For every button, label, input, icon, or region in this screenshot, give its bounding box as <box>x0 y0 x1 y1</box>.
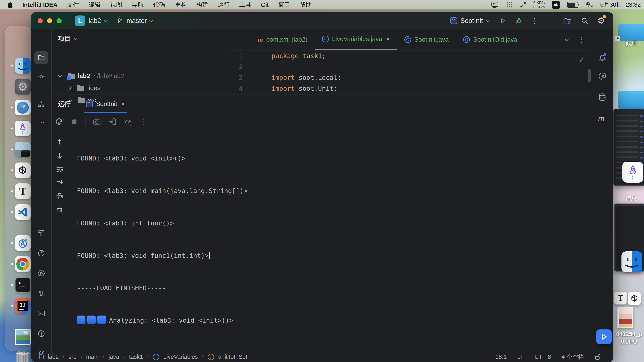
project-panel-header[interactable]: 项目 <box>58 34 78 43</box>
dock-typora[interactable]: T <box>15 183 30 199</box>
editor-scrollbar-thumb[interactable] <box>588 69 591 82</box>
profiler-tool-button[interactable] <box>36 248 46 258</box>
minimize-window-button[interactable] <box>47 18 52 23</box>
dots-grid-icon[interactable] <box>506 1 513 8</box>
profiler-gauge-button[interactable] <box>124 117 132 126</box>
dock-system-settings[interactable]: ⚙ <box>15 79 30 94</box>
settings-button[interactable]: ⚙ <box>597 16 605 25</box>
display-status-icon[interactable] <box>491 1 499 8</box>
dock-finder[interactable] <box>15 58 30 74</box>
tab-options-kebab-icon[interactable]: ⋮ <box>578 35 585 44</box>
project-avatar[interactable]: L <box>75 15 85 26</box>
dock-rocket-app[interactable] <box>15 121 30 136</box>
snapshot-camera-button[interactable] <box>92 117 101 126</box>
menu-file[interactable]: 文件 <box>67 0 79 9</box>
line-separator-widget[interactable]: LF <box>517 354 524 360</box>
project-tool-button[interactable] <box>36 53 46 62</box>
endpoints-tool-button[interactable] <box>36 289 46 298</box>
menu-view[interactable]: 视图 <box>110 0 122 9</box>
breadcrumb-main[interactable]: main <box>86 354 99 360</box>
close-window-button[interactable] <box>38 18 43 23</box>
dock-picture-file[interactable] <box>15 329 30 345</box>
more-tool-windows-button[interactable]: ⋯ <box>36 118 46 127</box>
apple-menu-icon[interactable] <box>8 2 13 8</box>
breadcrumb-java[interactable]: java <box>108 354 119 360</box>
ai-assistant-button[interactable] <box>598 72 607 81</box>
breadcrumb-livevariables[interactable]: LiveVariables <box>163 354 198 360</box>
run-tab-sootinit[interactable]: SootInit × <box>84 95 127 113</box>
close-tab-icon[interactable]: × <box>386 35 390 42</box>
menu-app-name[interactable]: IntelliJ IDEA <box>22 1 58 8</box>
structure-tool-button[interactable] <box>36 99 46 109</box>
dock-chrome[interactable] <box>15 256 30 272</box>
thread-dump-button[interactable] <box>108 117 117 126</box>
floating-run-button[interactable] <box>596 330 612 344</box>
terminal-tool-button[interactable] <box>36 309 46 318</box>
breadcrumb-lab2[interactable]: lab2 <box>48 354 59 360</box>
database-tool-button[interactable] <box>598 93 607 102</box>
dock-android-studio[interactable] <box>15 235 30 251</box>
breadcrumb-unittoinset[interactable]: unitToInSet <box>218 354 247 360</box>
menu-help[interactable]: 帮助 <box>300 0 312 9</box>
run-config-widget[interactable]: SootInit <box>450 17 490 24</box>
debug-button[interactable] <box>515 17 522 24</box>
dock-safari[interactable] <box>15 100 30 115</box>
console-output[interactable]: FOUND: <lab3: void <init>()> FOUND: <lab… <box>68 131 310 351</box>
menu-date[interactable]: 6月30日 23:32 <box>600 0 641 9</box>
desktop-folder-2[interactable] <box>618 91 644 109</box>
tab-livevariables-java[interactable]: C LiveVariables.java × <box>315 29 397 50</box>
menu-window[interactable]: 窗口 <box>278 0 290 9</box>
tree-item-idea[interactable]: .idea <box>67 83 100 93</box>
caret-position-widget[interactable]: 18:1 <box>495 354 506 360</box>
desktop-chatgpt-icon[interactable] <box>628 292 641 305</box>
desktop-rocket-icon[interactable] <box>622 162 643 183</box>
services-tool-button[interactable] <box>36 269 46 278</box>
control-center-icon[interactable] <box>586 2 593 8</box>
network-arrows-icon[interactable] <box>520 1 526 8</box>
tab-list-chevron-icon[interactable] <box>565 37 569 41</box>
dock-terminal[interactable]: >_ <box>15 277 30 293</box>
next-occurrence-button[interactable] <box>55 151 64 160</box>
network-speed[interactable]: 0 KB/s 0 KB/s <box>533 0 544 9</box>
desktop-folder-screenshots[interactable] <box>618 24 644 41</box>
tab-pom-xml[interactable]: m pom.xml (lab2) <box>250 29 315 50</box>
breadcrumb-src[interactable]: src <box>69 354 76 360</box>
menu-refactor[interactable]: 重构 <box>175 0 187 9</box>
encoding-widget[interactable]: UTF-8 <box>534 354 551 360</box>
zoom-window-button[interactable] <box>56 18 62 23</box>
dock-vscode[interactable] <box>15 204 30 220</box>
clear-console-button[interactable] <box>55 206 64 215</box>
clash-menu-icon[interactable] <box>552 1 560 9</box>
branch-widget[interactable]: master <box>126 17 147 24</box>
problems-tool-button[interactable] <box>36 329 46 339</box>
prev-occurrence-button[interactable] <box>55 137 64 146</box>
run-button[interactable] <box>499 17 506 24</box>
inspections-ok-icon[interactable]: ✓ <box>579 54 584 65</box>
dock-trash[interactable] <box>15 350 30 362</box>
menu-git[interactable]: Git <box>261 1 268 8</box>
console-more-kebab-icon[interactable]: ⋮ <box>140 117 147 126</box>
project-widget[interactable]: lab2 <box>88 17 101 24</box>
scroll-to-end-button[interactable] <box>55 178 64 187</box>
project-structure-button[interactable] <box>564 17 572 25</box>
tab-sootinitold-java[interactable]: C SootInitOld.java <box>456 29 524 50</box>
breadcrumb-task1[interactable]: task1 <box>129 354 143 360</box>
search-everywhere-button[interactable] <box>581 17 588 24</box>
commit-tool-button[interactable] <box>36 72 46 82</box>
rerun-button[interactable] <box>54 117 64 126</box>
maven-tool-button[interactable]: m <box>598 113 604 123</box>
menu-tools[interactable]: 工具 <box>239 0 251 9</box>
code-editor[interactable]: 1 package task1; 2 3 import soot.Local; … <box>228 50 591 94</box>
build-tool-button[interactable] <box>36 228 46 238</box>
battery-icon[interactable] <box>567 2 578 8</box>
menu-run[interactable]: 运行 <box>218 0 230 9</box>
notifications-bell-button[interactable] <box>598 53 607 62</box>
desktop-typora-icon[interactable]: T <box>614 292 627 305</box>
more-actions-button[interactable]: ⋮ <box>531 17 538 25</box>
stop-button[interactable] <box>70 118 78 126</box>
tree-item-lab2[interactable]: lab2 ~/lab2/lab2 <box>58 71 124 81</box>
menu-navigate[interactable]: 导航 <box>132 0 144 9</box>
dock-intellij[interactable]: IJ <box>15 298 30 314</box>
menu-edit[interactable]: 编辑 <box>88 0 100 9</box>
print-button[interactable] <box>55 192 64 201</box>
